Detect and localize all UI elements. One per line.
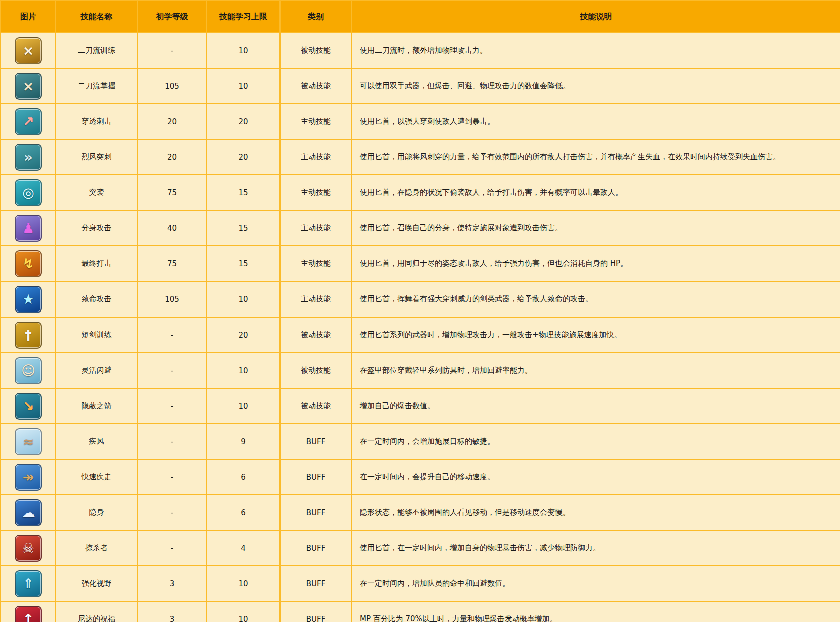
skill-name-cell: 分身攻击 <box>56 210 137 246</box>
skill-icon-cell: ↗ <box>1 104 56 139</box>
skill-name-cell: 穿透刺击 <box>56 104 137 139</box>
skill-name-cell: 二刀流训练 <box>56 33 137 68</box>
icon-glyph: ★ <box>22 292 34 306</box>
max-level-cell: 10 <box>207 281 280 317</box>
learn-level-cell: - <box>137 459 207 495</box>
skill-row: ≈疾风-9BUFF在一定时间内，会增加施展目标的敏捷。 <box>1 424 840 459</box>
skill-row: ↯最终打击7515主动技能使用匕首，用同归于尽的姿态攻击敌人，给予强力伤害，但也… <box>1 246 840 281</box>
max-level-cell: 20 <box>207 139 280 175</box>
dual-wield-training-icon: × <box>15 37 42 64</box>
skill-icon-cell: ↠ <box>1 459 56 495</box>
skill-icon-cell: ♟ <box>1 210 56 246</box>
category-cell: 被动技能 <box>280 353 351 388</box>
col-header-image: 图片 <box>1 1 56 33</box>
col-header-category: 类别 <box>280 1 351 33</box>
skill-icon-cell: » <box>1 139 56 175</box>
description-cell: 使用二刀流时，额外增加物理攻击力。 <box>351 33 840 68</box>
clone-attack-icon: ♟ <box>15 215 42 242</box>
icon-glyph: ◎ <box>22 186 34 199</box>
skill-row: ☺灵活闪避-10被动技能在盔甲部位穿戴轻甲系列防具时，增加回避率能力。 <box>1 353 840 388</box>
skill-row: ◎突袭7515主动技能使用匕首，在隐身的状况下偷袭敌人，给予打击伤害，并有概率可… <box>1 175 840 210</box>
learn-level-cell: - <box>137 388 207 424</box>
description-cell: 使用匕首，挥舞着有强大穿刺威力的剑类武器，给予敌人致命的攻击。 <box>351 281 840 317</box>
icon-glyph: ☁ <box>22 506 35 519</box>
skill-name-cell: 二刀流掌握 <box>56 68 137 104</box>
skill-name-cell: 尼达的祝福 <box>56 601 137 622</box>
description-cell: 使用匕首，用同归于尽的姿态攻击敌人，给予强力伤害，但也会消耗自身的 HP。 <box>351 246 840 281</box>
category-cell: 被动技能 <box>280 388 351 424</box>
nimble-dodge-girl-icon: ☺ <box>15 357 42 384</box>
description-cell: 使用匕首，召唤自己的分身，使特定施展对象遭到攻击伤害。 <box>351 210 840 246</box>
skill-icon-cell: ↑ <box>1 601 56 622</box>
skill-row: †短剑训练-20被动技能使用匕首系列的武器时，增加物理攻击力，一般攻击+物理技能… <box>1 317 840 353</box>
max-level-cell: 10 <box>207 388 280 424</box>
learn-level-cell: - <box>137 33 207 68</box>
description-cell: MP 百分比为 70%以上时，力量和物理爆击发动概率增加。 <box>351 601 840 622</box>
description-cell: 在一定时间内，会提升自己的移动速度。 <box>351 459 840 495</box>
skill-name-cell: 掠杀者 <box>56 530 137 566</box>
fatal-attack-icon: ★ <box>15 286 42 313</box>
skill-row: ♟分身攻击4015主动技能使用匕首，召唤自己的分身，使特定施展对象遭到攻击伤害。 <box>1 210 840 246</box>
description-cell: 使用匕首，以强大穿刺使敌人遭到暴击。 <box>351 104 840 139</box>
description-cell: 可以使用双手武器，但爆击、回避、物理攻击力的数值会降低。 <box>351 68 840 104</box>
icon-glyph: » <box>24 150 32 164</box>
predator-mask-icon: ☠ <box>15 535 42 562</box>
skill-row: ★致命攻击10510主动技能使用匕首，挥舞着有强大穿刺威力的剑类武器，给予敌人致… <box>1 281 840 317</box>
icon-glyph: ↘ <box>23 399 34 413</box>
max-level-cell: 10 <box>207 68 280 104</box>
col-header-description: 技能说明 <box>351 1 840 33</box>
learn-level-cell: 40 <box>137 210 207 246</box>
icon-glyph: ↑ <box>23 612 34 622</box>
category-cell: BUFF <box>280 424 351 459</box>
skill-name-cell: 突袭 <box>56 175 137 210</box>
category-cell: 主动技能 <box>280 139 351 175</box>
category-cell: BUFF <box>280 495 351 530</box>
short-sword-training-icon: † <box>15 322 42 349</box>
max-level-cell: 20 <box>207 104 280 139</box>
learn-level-cell: 75 <box>137 175 207 210</box>
category-cell: BUFF <box>280 601 351 622</box>
learn-level-cell: - <box>137 495 207 530</box>
icon-glyph: ♟ <box>22 221 34 235</box>
max-level-cell: 9 <box>207 424 280 459</box>
description-cell: 使用匕首系列的武器时，增加物理攻击力，一般攻击+物理技能施展速度加快。 <box>351 317 840 353</box>
hidden-arrow-icon: ↘ <box>15 393 42 420</box>
skill-name-cell: 烈风突刺 <box>56 139 137 175</box>
skill-row: ↑尼达的祝福310BUFFMP 百分比为 70%以上时，力量和物理爆击发动概率增… <box>1 601 840 622</box>
skill-row: ☁隐身-6BUFF隐形状态，能够不被周围的人看见移动，但是移动速度会变慢。 <box>1 495 840 530</box>
dual-wield-mastery-icon: × <box>15 73 42 100</box>
max-level-cell: 15 <box>207 175 280 210</box>
category-cell: BUFF <box>280 459 351 495</box>
description-cell: 增加自己的爆击数值。 <box>351 388 840 424</box>
skill-icon-cell: ◎ <box>1 175 56 210</box>
col-header-max-level: 技能学习上限 <box>207 1 280 33</box>
skill-icon-cell: ⇑ <box>1 566 56 601</box>
skill-icon-cell: ☠ <box>1 530 56 566</box>
skill-name-cell: 隐身 <box>56 495 137 530</box>
max-level-cell: 15 <box>207 210 280 246</box>
stealth-ghost-icon: ☁ <box>15 499 42 526</box>
learn-level-cell: 3 <box>137 566 207 601</box>
learn-level-cell: 105 <box>137 281 207 317</box>
skill-row: ☠掠杀者-4BUFF使用匕首，在一定时间内，增加自身的物理暴击伤害，减少物理防御… <box>1 530 840 566</box>
skill-icon-cell: × <box>1 33 56 68</box>
category-cell: 被动技能 <box>280 68 351 104</box>
icon-glyph: ↠ <box>23 470 34 484</box>
max-level-cell: 20 <box>207 317 280 353</box>
icon-glyph: ⇑ <box>23 577 34 590</box>
skill-name-cell: 致命攻击 <box>56 281 137 317</box>
category-cell: 主动技能 <box>280 281 351 317</box>
header-row: 图片 技能名称 初学等级 技能学习上限 类别 技能说明 <box>1 1 840 33</box>
category-cell: 主动技能 <box>280 246 351 281</box>
description-cell: 使用匕首，在隐身的状况下偷袭敌人，给予打击伤害，并有概率可以击晕敌人。 <box>351 175 840 210</box>
icon-glyph: ☠ <box>22 541 34 555</box>
skill-icon-cell: ≈ <box>1 424 56 459</box>
learn-level-cell: - <box>137 530 207 566</box>
max-level-cell: 6 <box>207 459 280 495</box>
skill-icon-cell: ↯ <box>1 246 56 281</box>
learn-level-cell: 20 <box>137 104 207 139</box>
learn-level-cell: - <box>137 353 207 388</box>
icon-glyph: ↗ <box>23 115 34 128</box>
category-cell: BUFF <box>280 566 351 601</box>
max-level-cell: 10 <box>207 353 280 388</box>
